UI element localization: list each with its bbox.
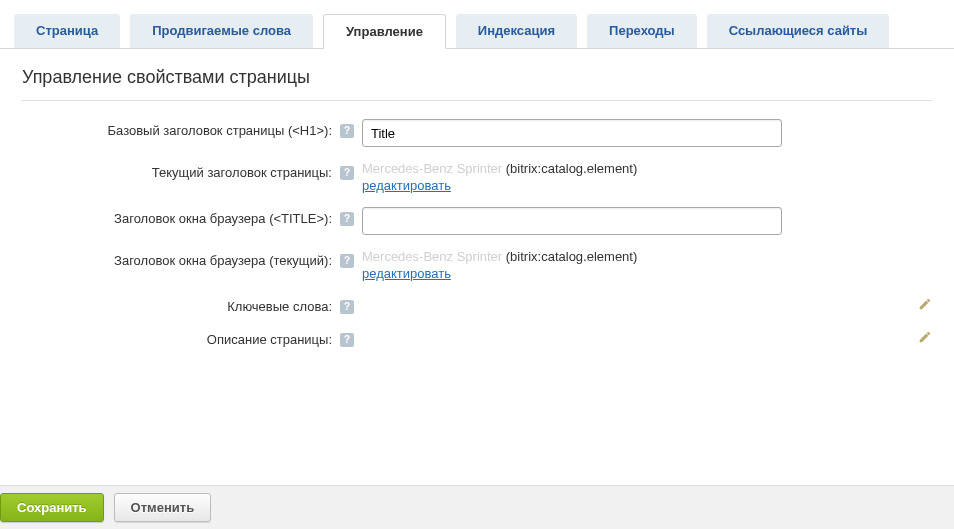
help-icon[interactable]: ? xyxy=(340,333,354,347)
label-h1: Базовый заголовок страницы (<H1>): xyxy=(22,119,340,138)
footer-bar: Сохранить Отменить xyxy=(0,485,954,529)
tab-manage[interactable]: Управление xyxy=(323,14,446,49)
form: Базовый заголовок страницы (<H1>): ? Тек… xyxy=(0,119,954,347)
cancel-button[interactable]: Отменить xyxy=(114,493,212,522)
help-icon[interactable]: ? xyxy=(340,212,354,226)
help-icon[interactable]: ? xyxy=(340,124,354,138)
tabs-bar: Страница Продвигаемые слова Управление И… xyxy=(0,0,954,49)
pencil-icon[interactable] xyxy=(918,330,932,347)
row-browser-title-current: Заголовок окна браузера (текущий): ? Mer… xyxy=(22,249,932,281)
edit-browser-title-link[interactable]: редактировать xyxy=(362,266,451,281)
h1-input[interactable] xyxy=(362,119,782,147)
row-h1: Базовый заголовок страницы (<H1>): ? xyxy=(22,119,932,147)
tab-visits[interactable]: Переходы xyxy=(587,14,697,48)
tab-promoted-words[interactable]: Продвигаемые слова xyxy=(130,14,313,48)
divider xyxy=(22,100,932,101)
edit-current-title-link[interactable]: редактировать xyxy=(362,178,451,193)
tab-indexing[interactable]: Индексация xyxy=(456,14,577,48)
save-button[interactable]: Сохранить xyxy=(0,493,104,522)
tab-page[interactable]: Страница xyxy=(14,14,120,48)
browser-title-current-suffix: (bitrix:catalog.element) xyxy=(502,249,637,264)
page-title: Управление свойствами страницы xyxy=(0,49,954,100)
browser-title-current-dimmed: Mercedes-Benz Sprinter xyxy=(362,249,502,264)
label-keywords: Ключевые слова: xyxy=(22,295,340,314)
label-browser-title-current: Заголовок окна браузера (текущий): xyxy=(22,249,340,268)
help-icon[interactable]: ? xyxy=(340,254,354,268)
tab-referring-sites[interactable]: Ссылающиеся сайты xyxy=(707,14,890,48)
current-title-suffix: (bitrix:catalog.element) xyxy=(502,161,637,176)
help-icon[interactable]: ? xyxy=(340,300,354,314)
row-current-title: Текущий заголовок страницы: ? Mercedes-B… xyxy=(22,161,932,193)
browser-title-input[interactable] xyxy=(362,207,782,235)
row-browser-title: Заголовок окна браузера (<TITLE>): ? xyxy=(22,207,932,235)
help-icon[interactable]: ? xyxy=(340,166,354,180)
label-current-title: Текущий заголовок страницы: xyxy=(22,161,340,180)
row-keywords: Ключевые слова: ? xyxy=(22,295,932,314)
current-title-dimmed: Mercedes-Benz Sprinter xyxy=(362,161,502,176)
label-description: Описание страницы: xyxy=(22,328,340,347)
label-browser-title: Заголовок окна браузера (<TITLE>): xyxy=(22,207,340,226)
row-description: Описание страницы: ? xyxy=(22,328,932,347)
pencil-icon[interactable] xyxy=(918,297,932,314)
